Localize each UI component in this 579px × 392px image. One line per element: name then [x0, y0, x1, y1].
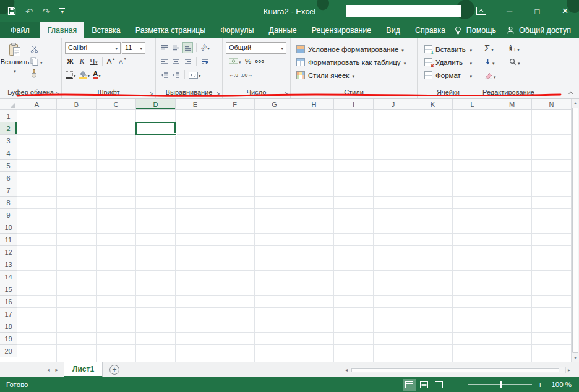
row-header-19[interactable]: 19: [0, 333, 17, 345]
sheet-tab-лист1[interactable]: Лист1: [64, 362, 103, 377]
font-size-select[interactable]: 11: [122, 42, 145, 54]
percent-format-button[interactable]: %: [243, 56, 254, 67]
sort-filter-button[interactable]: А Я: [507, 43, 532, 54]
maximize-button[interactable]: □: [523, 0, 551, 22]
borders-button[interactable]: [65, 69, 77, 80]
column-header-L[interactable]: L: [453, 99, 492, 110]
normal-view-button[interactable]: [403, 379, 416, 391]
fill-button[interactable]: [482, 56, 507, 67]
ribbon-tab-рецензирование[interactable]: Рецензирование: [304, 22, 379, 38]
decrease-indent-button[interactable]: [159, 69, 169, 80]
font-name-select[interactable]: Calibri: [65, 42, 121, 54]
ribbon-tab-справка[interactable]: Справка: [408, 22, 453, 38]
customize-quick-access-button[interactable]: [59, 8, 65, 14]
increase-decimal-button[interactable]: ←.0: [228, 69, 239, 80]
column-header-D[interactable]: D: [136, 99, 176, 110]
ribbon-tab-вставка[interactable]: Вставка: [84, 22, 127, 38]
column-header-K[interactable]: K: [413, 99, 453, 110]
clipboard-dialog-launcher-icon[interactable]: ↘: [54, 90, 59, 96]
row-header-14[interactable]: 14: [0, 271, 17, 283]
align-top-button[interactable]: [159, 42, 169, 53]
italic-button[interactable]: К: [77, 56, 87, 67]
increase-font-size-button[interactable]: А▲: [106, 56, 116, 67]
row-header-7[interactable]: 7: [0, 184, 17, 197]
column-header-E[interactable]: E: [176, 99, 215, 110]
conditional-formatting-button[interactable]: Условное форматирование: [292, 43, 416, 56]
file-tab[interactable]: Файл: [0, 22, 40, 38]
redo-button[interactable]: ↷: [43, 7, 51, 16]
find-select-button[interactable]: [507, 56, 532, 67]
cut-button[interactable]: [28, 43, 45, 54]
ribbon-display-options-button[interactable]: [476, 7, 486, 15]
row-header-13[interactable]: 13: [0, 258, 17, 271]
align-center-button[interactable]: [171, 56, 181, 67]
clear-button[interactable]: [482, 70, 507, 81]
decrease-decimal-button[interactable]: .00→: [240, 69, 253, 80]
currency-format-button[interactable]: [228, 56, 242, 67]
share-button[interactable]: Общий доступ: [519, 26, 571, 35]
row-header-5[interactable]: 5: [0, 160, 17, 172]
row-header-12[interactable]: 12: [0, 246, 17, 258]
row-header-11[interactable]: 11: [0, 234, 17, 246]
column-header-H[interactable]: H: [294, 99, 334, 110]
column-header-I[interactable]: I: [334, 99, 374, 110]
column-header-C[interactable]: C: [96, 99, 136, 110]
row-header-15[interactable]: 15: [0, 283, 17, 296]
zoom-slider-thumb[interactable]: [500, 381, 502, 388]
ribbon-tab-главная[interactable]: Главная: [40, 22, 85, 38]
close-button[interactable]: ×: [551, 0, 579, 22]
row-header-20[interactable]: 20: [0, 345, 17, 357]
wrap-text-button[interactable]: [200, 56, 210, 67]
insert-cells-button[interactable]: Вставить: [419, 43, 478, 56]
vertical-scroll-thumb[interactable]: [572, 108, 578, 353]
ribbon-tab-вид[interactable]: Вид: [379, 22, 408, 38]
minimize-button[interactable]: ─: [495, 0, 523, 22]
paste-button[interactable]: Вставить: [1, 40, 28, 88]
column-header-G[interactable]: G: [255, 99, 294, 110]
vertical-scrollbar[interactable]: ▲ ▼: [571, 99, 579, 362]
select-all-corner[interactable]: [0, 99, 17, 110]
column-header-A[interactable]: A: [17, 99, 57, 110]
merge-center-button[interactable]: [188, 69, 202, 80]
row-header-1[interactable]: 1: [0, 110, 17, 122]
scroll-up-icon[interactable]: ▲: [572, 99, 579, 107]
ribbon-tab-данные[interactable]: Данные: [262, 22, 304, 38]
underline-button[interactable]: Ч: [88, 56, 99, 67]
horizontal-scroll-track[interactable]: [350, 367, 566, 373]
zoom-out-button[interactable]: −: [458, 381, 463, 389]
scroll-left-icon[interactable]: ◂: [345, 367, 348, 373]
save-button[interactable]: [7, 7, 16, 15]
row-header-16[interactable]: 16: [0, 296, 17, 308]
format-as-table-button[interactable]: Форматировать как таблицу: [292, 56, 416, 69]
decrease-font-size-button[interactable]: А▼: [118, 56, 128, 67]
scroll-down-icon[interactable]: ▼: [572, 354, 579, 362]
row-header-3[interactable]: 3: [0, 135, 17, 147]
zoom-level[interactable]: 100 %: [548, 381, 572, 388]
column-header-M[interactable]: M: [492, 99, 532, 110]
column-header-B[interactable]: B: [57, 99, 96, 110]
ribbon-tab-формулы[interactable]: Формулы: [213, 22, 261, 38]
horizontal-scrollbar[interactable]: ◂ ▸: [345, 362, 579, 377]
column-header-F[interactable]: F: [215, 99, 255, 110]
font-dialog-launcher-icon[interactable]: ↘: [148, 90, 153, 96]
format-cells-button[interactable]: Формат: [419, 69, 478, 82]
format-painter-button[interactable]: [28, 68, 45, 79]
page-break-view-button[interactable]: [432, 379, 446, 391]
column-header-J[interactable]: J: [374, 99, 413, 110]
number-format-select[interactable]: Общий: [226, 42, 286, 54]
row-header-18[interactable]: 18: [0, 320, 17, 333]
font-color-button[interactable]: А: [92, 69, 102, 80]
previous-sheet-icon[interactable]: ◂: [47, 367, 50, 373]
row-header-17[interactable]: 17: [0, 308, 17, 320]
zoom-in-button[interactable]: +: [538, 381, 543, 389]
align-middle-button[interactable]: [171, 42, 181, 53]
increase-indent-button[interactable]: [171, 69, 181, 80]
alignment-dialog-launcher-icon[interactable]: ↘: [215, 90, 220, 96]
comma-format-button[interactable]: 000: [255, 56, 265, 67]
help-tab[interactable]: Помощь: [466, 26, 496, 35]
row-header-2[interactable]: 2: [0, 122, 17, 135]
scroll-right-icon[interactable]: ▸: [568, 367, 570, 373]
undo-button[interactable]: ↶: [25, 7, 33, 16]
collapse-ribbon-button[interactable]: [568, 90, 574, 95]
page-layout-view-button[interactable]: [418, 379, 431, 391]
